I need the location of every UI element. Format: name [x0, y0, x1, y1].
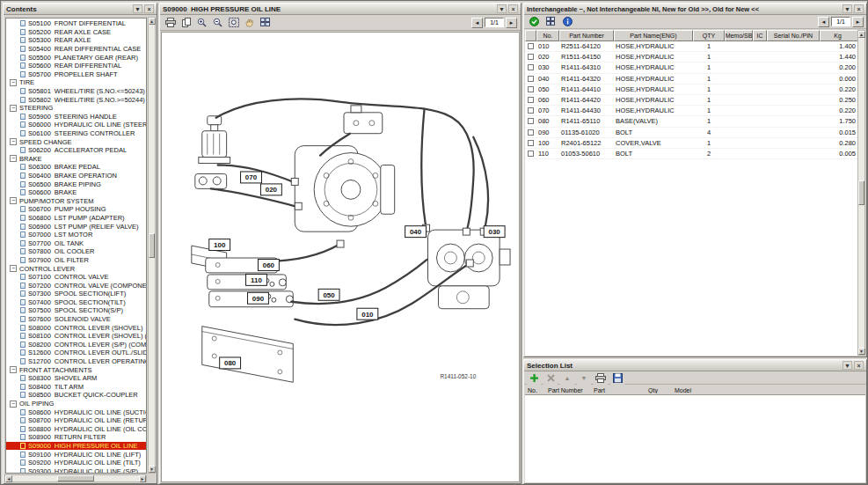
selection-col-no[interactable]: No. — [525, 387, 548, 393]
tree-item-s08900[interactable]: S08900RETURN FILTER — [6, 433, 146, 442]
parts-col-no[interactable]: No. — [536, 30, 559, 41]
parts-row-010[interactable]: 010R2511-64120HOSE,HYDRAULIC11.400 — [525, 41, 857, 52]
selection-col-part-number[interactable]: Part Number — [548, 387, 594, 393]
tree-group-brake[interactable]: −BRAKE — [6, 155, 146, 164]
selection-col-qty[interactable]: Qty — [648, 387, 675, 393]
tree-item-s08200[interactable]: S08200CONTROL LEVER (S/P) (COMPO — [6, 341, 146, 349]
row-checkbox[interactable] — [528, 64, 534, 70]
callout-050[interactable]: 050 — [318, 289, 339, 300]
callout-100[interactable]: 100 — [209, 239, 230, 251]
collapse-icon[interactable]: − — [10, 197, 17, 204]
tree-item-s08300[interactable]: S08300SHOVEL ARM — [6, 374, 146, 383]
copy-icon[interactable] — [179, 16, 193, 29]
callout-070[interactable]: 070 — [241, 172, 262, 183]
parts-row-110[interactable]: 11001053-50610BOLT20.005 — [525, 149, 857, 159]
callout-030[interactable]: 030 — [484, 226, 505, 238]
move-up-icon[interactable]: ▲ — [560, 371, 574, 385]
scroll-right-icon[interactable]: ► — [139, 475, 146, 482]
row-checkbox[interactable] — [528, 97, 534, 103]
tree-item-s07400[interactable]: S07400SPOOL SECTION(TILT) — [6, 298, 146, 307]
tree-item-s06400[interactable]: S06400BRAKE OPERATION — [6, 172, 146, 180]
printer-icon[interactable] — [164, 16, 178, 29]
row-checkbox[interactable] — [528, 140, 534, 146]
tree-item-s06500[interactable]: S06500BRAKE PIPING — [6, 180, 146, 188]
row-checkbox[interactable] — [528, 118, 534, 124]
scroll-thumb[interactable] — [149, 233, 155, 258]
callout-060[interactable]: 060 — [258, 259, 279, 270]
tree-item-s12600[interactable]: S12600CONTROL LEVER OUTL./SLIDE L — [6, 349, 146, 357]
tree-group-speed-change[interactable]: −SPEED CHANGE — [6, 137, 146, 146]
tree-item-s08400[interactable]: S08400TILT ARM — [6, 383, 146, 392]
tree-item-s05600[interactable]: S05600REAR DIFFERENTIAL — [6, 62, 146, 70]
tree-group-tire[interactable]: −TIRE — [6, 78, 146, 87]
row-checkbox[interactable] — [528, 151, 534, 157]
tree-item-s07000[interactable]: S07000LST MOTOR — [6, 231, 146, 239]
parts-row-100[interactable]: 100R2401-65122COVER,VALVE10.280 — [525, 138, 857, 149]
tree-item-s07500[interactable]: S07500SPOOL SECTION(S/P) — [6, 306, 146, 315]
tree-item-s08800[interactable]: S08800HYDRAULIC OIL LINE (OIL COOL — [6, 425, 146, 434]
zoom-fit-icon[interactable] — [227, 16, 241, 29]
parts-col-serial[interactable]: Serial No./PIN — [767, 30, 820, 41]
close-icon[interactable]: × — [508, 4, 518, 13]
tree-item-s05802[interactable]: S05802WHEEL/TIRE (S.NO.>=50244) — [6, 95, 146, 104]
add-icon[interactable] — [527, 371, 541, 385]
tree-item-s07100[interactable]: S07100CONTROL VALVE — [6, 273, 146, 282]
parts-row-060[interactable]: 060R1411-64420HOSE,HYDRAULIC10.250 — [525, 95, 857, 106]
info-icon[interactable] — [560, 15, 574, 28]
tree-item-s05400[interactable]: S05400REAR DIFFERENTIAL CASE — [6, 45, 146, 54]
zoom-in-icon[interactable] — [195, 16, 209, 29]
scroll-left-icon[interactable]: ◄ — [5, 475, 12, 482]
selection-table-body[interactable] — [525, 395, 865, 482]
callout-090[interactable]: 090 — [248, 292, 269, 304]
tree-item-s05500[interactable]: S05500PLANETARY GEAR (REAR) — [6, 53, 146, 62]
tree-item-s08600[interactable]: S08600HYDRAULIC OIL LINE (SUCTION) — [6, 408, 146, 416]
confirm-icon[interactable] — [527, 15, 541, 28]
tree-item-s06000[interactable]: S06000HYDRAULIC OIL LINE (STEERING — [6, 121, 146, 129]
callout-080[interactable]: 080 — [220, 357, 241, 369]
callout-010[interactable]: 010 — [357, 308, 378, 320]
tree-item-s09200[interactable]: S09200HYDRAULIC OIL LINE (TILT) — [6, 459, 146, 467]
grid-icon[interactable] — [259, 16, 273, 29]
scroll-up-icon[interactable]: ▲ — [149, 18, 156, 25]
tree-item-s09300[interactable]: S09300HYDRAULIC OIL LINE (S/P) — [6, 467, 146, 474]
save-icon[interactable] — [610, 371, 624, 385]
tree-item-s07800[interactable]: S07800OIL COOLER — [6, 247, 146, 256]
close-icon[interactable]: × — [144, 4, 154, 13]
tree-vertical-scrollbar[interactable]: ▲ ▼ — [148, 17, 156, 474]
tree-item-s09000[interactable]: S09000HIGH PRESSURE OIL LINE — [6, 442, 146, 451]
selection-col-part[interactable]: Part — [594, 387, 648, 393]
parts-row-080[interactable]: 080R1411-65110BASE(VALVE)11.750 — [525, 116, 857, 127]
parts-col-kg[interactable]: Kg — [820, 30, 859, 41]
tree-item-s06600[interactable]: S06600BRAKE — [6, 188, 146, 197]
prev-page-icon[interactable]: ◄ — [471, 18, 483, 28]
tree-item-s05700[interactable]: S05700PROPELLER SHAFT — [6, 70, 146, 79]
tree-group-pump-motor-system[interactable]: −PUMP/MOTOR SYSTEM — [6, 196, 146, 205]
tree-item-s08500[interactable]: S08500BUCKET QUICK-COUPLER — [6, 391, 146, 400]
row-checkbox[interactable] — [528, 76, 534, 82]
tree-horizontal-scrollbar[interactable]: ◄ ► — [4, 474, 147, 482]
tree-item-s07300[interactable]: S07300SPOOL SECTION(LIFT) — [6, 290, 146, 298]
chevron-down-icon[interactable]: ▼ — [133, 4, 142, 13]
tree-item-s05801[interactable]: S05801WHEEL/TIRE (S.NO.<=50243) — [6, 87, 146, 96]
next-page-icon[interactable]: ► — [852, 17, 864, 27]
tree-item-s08700[interactable]: S08700HYDRAULIC OIL LINE (RETURN) — [6, 416, 146, 425]
tree-item-s05300[interactable]: S05300REAR AXLE — [6, 36, 146, 45]
parts-col-qty[interactable]: QTY — [693, 30, 725, 41]
tree-item-s09100[interactable]: S09100HYDRAULIC OIL LINE (LIFT) — [6, 450, 146, 459]
tree-item-s07900[interactable]: S07900OIL FILTER — [6, 256, 146, 265]
pin-icon[interactable]: ▼ — [842, 4, 852, 13]
parts-col-ic[interactable]: IC — [753, 30, 767, 41]
row-checkbox[interactable] — [528, 86, 534, 92]
pin-icon[interactable]: ▼ — [497, 4, 507, 13]
tree-item-s05900[interactable]: S05900STEERING HANDLE — [6, 113, 146, 121]
parts-row-040[interactable]: 040R1411-64320HOSE,HYDRAULIC10.000 — [525, 74, 857, 85]
parts-row-090[interactable]: 09001135-61020BOLT40.015 — [525, 128, 857, 138]
parts-col-part-number[interactable]: Part Number — [559, 30, 614, 41]
parts-row-050[interactable]: 050R1411-64410HOSE,HYDRAULIC10.220 — [525, 85, 857, 95]
tree-item-s06800[interactable]: S06800LST PUMP (ADAPTER) — [6, 214, 146, 223]
tree-item-s07700[interactable]: S07700OIL TANK — [6, 239, 146, 247]
zoom-out-icon[interactable] — [211, 16, 225, 29]
tree-item-s06300[interactable]: S06300BRAKE PEDAL — [6, 163, 146, 172]
selection-col-model[interactable]: Model — [675, 387, 865, 393]
tree-item-s07200[interactable]: S07200CONTROL VALVE (COMPONENT — [6, 281, 146, 290]
